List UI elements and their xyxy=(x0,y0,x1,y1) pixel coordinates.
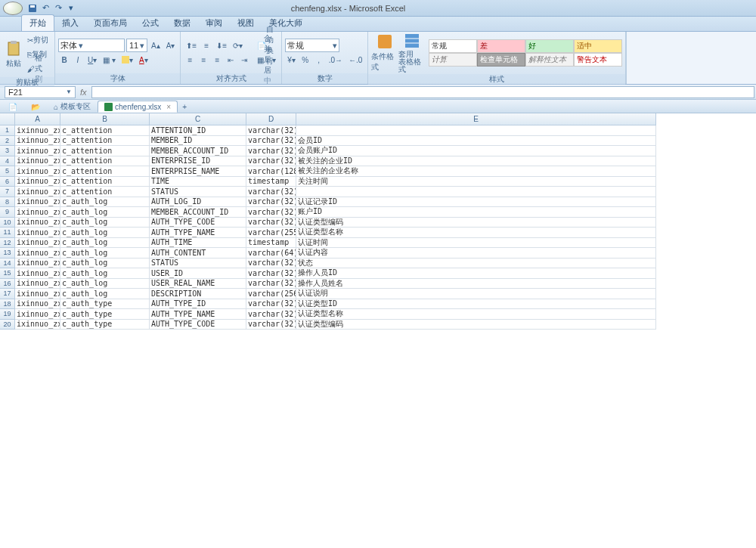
style-neutral[interactable]: 适中 xyxy=(574,39,622,53)
font-name-combo[interactable]: 宋体▾ xyxy=(58,39,125,52)
italic-button[interactable]: I xyxy=(72,54,84,66)
underline-button[interactable]: U ▾ xyxy=(85,54,99,66)
cell[interactable]: AUTH_TYPE_NAME xyxy=(150,309,246,320)
style-good[interactable]: 好 xyxy=(525,39,574,53)
style-calc[interactable]: 计算 xyxy=(429,53,477,67)
cell[interactable]: ixinnuo_zxpt xyxy=(15,279,60,289)
tab-data[interactable]: 数据 xyxy=(166,15,198,31)
cell[interactable]: ENTERPRISE_ID xyxy=(150,156,246,167)
align-center-icon[interactable]: ≡ xyxy=(197,54,209,66)
tab-new-file-icon[interactable]: 📄 xyxy=(2,101,24,113)
cell[interactable] xyxy=(296,187,656,197)
cell[interactable]: MEMBER_ACCOUNT_ID xyxy=(150,207,246,218)
cell[interactable]: ixinnuo_zxpt xyxy=(15,268,60,279)
cell[interactable]: varchar(32) xyxy=(246,279,296,289)
cell[interactable]: ixinnuo_zxpt xyxy=(15,197,60,208)
cell[interactable]: 会员ID xyxy=(296,136,656,147)
decrease-font-icon[interactable]: A▾ xyxy=(164,39,178,51)
cell[interactable]: c_auth_log xyxy=(60,289,150,299)
cell[interactable]: AUTH_CONTENT xyxy=(150,248,246,259)
row-header[interactable]: 12 xyxy=(0,238,15,249)
cell[interactable]: 会员账户ID xyxy=(296,146,656,156)
cell[interactable]: c_auth_log xyxy=(60,268,150,279)
format-painter-button[interactable]: 🖌 格式刷 xyxy=(25,63,51,75)
cell[interactable]: 认证类型编码 xyxy=(296,218,656,228)
style-check-cell[interactable]: 检查单元格 xyxy=(477,53,525,67)
qat-dropdown-icon[interactable]: ▾ xyxy=(66,3,76,14)
cell[interactable]: 被关注的企业ID xyxy=(296,156,656,167)
cell[interactable]: ixinnuo_zxpt xyxy=(15,207,60,218)
row-header[interactable]: 11 xyxy=(0,228,15,238)
col-B[interactable]: B xyxy=(60,113,150,125)
cell[interactable]: 认证时间 xyxy=(296,238,656,249)
number-format-combo[interactable]: 常规▾ xyxy=(285,39,339,52)
cell[interactable]: ixinnuo_zxpt xyxy=(15,125,60,136)
cell[interactable]: ixinnuo_zxpt xyxy=(15,177,60,187)
cell[interactable]: 认证类型编码 xyxy=(296,320,656,330)
cell[interactable]: ixinnuo_zxpt xyxy=(15,320,60,330)
cell[interactable]: varchar(32) xyxy=(246,156,296,167)
paste-button[interactable]: 粘贴 xyxy=(3,35,23,74)
cell[interactable]: ixinnuo_zxpt xyxy=(15,156,60,167)
tab-chenfeng[interactable]: chenfeng.xlsx× xyxy=(98,101,178,113)
format-as-table-button[interactable]: 套用 表格格式 xyxy=(398,33,426,73)
tab-templates[interactable]: ⌂模板专区 xyxy=(47,101,98,113)
cell[interactable]: c_auth_log xyxy=(60,228,150,238)
row-header[interactable]: 16 xyxy=(0,279,15,289)
cell[interactable]: varchar(32) xyxy=(246,197,296,208)
cell[interactable]: ENTERPRISE_NAME xyxy=(150,166,246,177)
cell[interactable]: timestamp xyxy=(246,177,296,187)
cell[interactable]: MEMBER_ID xyxy=(150,136,246,147)
col-E[interactable]: E xyxy=(296,113,656,125)
row-header[interactable]: 17 xyxy=(0,289,15,299)
redo-icon[interactable]: ↷ xyxy=(53,3,64,14)
tab-home[interactable]: 开始 xyxy=(21,14,54,31)
tab-add-new[interactable]: + xyxy=(178,101,191,113)
cell[interactable]: c_attention xyxy=(60,136,150,147)
tab-review[interactable]: 审阅 xyxy=(198,15,230,31)
cell[interactable]: 认证类型ID xyxy=(296,299,656,310)
cell[interactable]: AUTH_TYPE_NAME xyxy=(150,228,246,238)
cell[interactable]: varchar(32) xyxy=(246,218,296,228)
cell[interactable]: c_auth_type xyxy=(60,309,150,320)
cell[interactable]: c_auth_type xyxy=(60,299,150,310)
cell[interactable]: AUTH_TYPE_CODE xyxy=(150,320,246,330)
cell[interactable]: AUTH_TYPE_ID xyxy=(150,299,246,310)
align-right-icon[interactable]: ≡ xyxy=(211,54,223,66)
select-all-corner[interactable] xyxy=(0,113,15,125)
cell[interactable]: c_auth_log xyxy=(60,207,150,218)
cell[interactable]: MEMBER_ACCOUNT_ID xyxy=(150,146,246,156)
cell[interactable]: c_auth_type xyxy=(60,320,150,330)
row-header[interactable]: 3 xyxy=(0,146,15,156)
name-box[interactable]: F21▼ xyxy=(5,86,76,98)
cell[interactable]: varchar(32) xyxy=(246,309,296,320)
cell[interactable]: ixinnuo_zxpt xyxy=(15,248,60,259)
font-size-combo[interactable]: 11▾ xyxy=(126,39,147,52)
comma-icon[interactable]: , xyxy=(313,54,325,66)
cell[interactable]: varchar(32) xyxy=(246,136,296,147)
row-header[interactable]: 15 xyxy=(0,268,15,279)
cell[interactable]: ixinnuo_zxpt xyxy=(15,136,60,147)
style-normal[interactable]: 常规 xyxy=(429,39,477,53)
row-header[interactable]: 7 xyxy=(0,187,15,197)
row-header[interactable]: 9 xyxy=(0,207,15,218)
decrease-decimal-icon[interactable]: ←.0 xyxy=(346,54,364,66)
align-bottom-icon[interactable]: ⬇≡ xyxy=(214,39,229,51)
bold-button[interactable]: B xyxy=(58,54,70,66)
orientation-icon[interactable]: ⟳▾ xyxy=(231,39,245,51)
row-header[interactable]: 8 xyxy=(0,197,15,208)
cell[interactable]: 账户ID xyxy=(296,207,656,218)
cell[interactable]: 认证内容 xyxy=(296,248,656,259)
cell[interactable]: varchar(32) xyxy=(246,207,296,218)
cell[interactable]: ixinnuo_zxpt xyxy=(15,146,60,156)
cell[interactable]: 认证说明 xyxy=(296,289,656,299)
cell[interactable]: ixinnuo_zxpt xyxy=(15,238,60,249)
row-header[interactable]: 18 xyxy=(0,299,15,310)
tab-view[interactable]: 视图 xyxy=(230,15,262,31)
cell[interactable]: ixinnuo_zxpt xyxy=(15,166,60,177)
cut-button[interactable]: ✂ 剪切 xyxy=(25,34,51,46)
style-explanatory[interactable]: 解释性文本 xyxy=(525,53,574,67)
cell[interactable]: ixinnuo_zxpt xyxy=(15,187,60,197)
tab-formulas[interactable]: 公式 xyxy=(135,15,166,31)
save-icon[interactable] xyxy=(27,3,38,14)
